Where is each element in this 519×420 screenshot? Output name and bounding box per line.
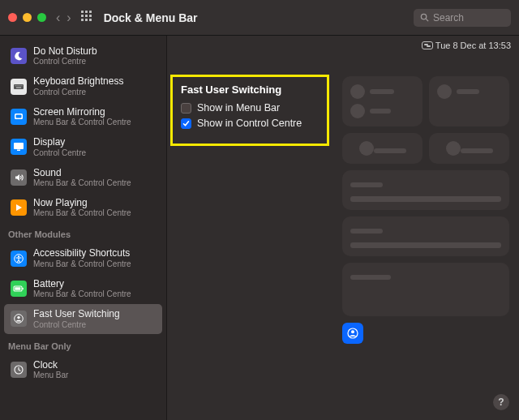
sidebar-item-label: Accessibility Shortcuts (33, 247, 131, 259)
sidebar-item-battery[interactable]: BatteryMenu Bar & Control Centre (4, 274, 162, 303)
svg-rect-14 (19, 85, 19, 86)
sidebar-item-sublabel: Menu Bar (33, 371, 68, 380)
kbd-icon (11, 79, 27, 95)
sidebar-item-keyboard-brightness[interactable]: Keyboard BrightnessControl Centre (4, 71, 162, 101)
sidebar-item-display[interactable]: DisplayControl Centre (4, 132, 162, 161)
svg-rect-17 (16, 87, 21, 88)
sidebar-item-sublabel: Control Centre (33, 148, 86, 158)
svg-point-28 (17, 316, 19, 319)
svg-rect-13 (17, 85, 18, 86)
sidebar-item-sublabel: Menu Bar & Control Centre (33, 118, 131, 127)
access-icon (11, 251, 27, 267)
system-preferences-window: ‹ › Dock & Menu Bar Search Do Not Distur… (0, 0, 519, 420)
control-centre-preview (342, 76, 509, 344)
sidebar-item-label: Clock (33, 359, 68, 371)
sidebar-item-sublabel: Menu Bar & Control Centre (33, 178, 131, 188)
battery-icon (11, 281, 27, 297)
menubar-clock[interactable]: Tue 8 Dec at 13:53 (435, 41, 511, 50)
sidebar-item-sound[interactable]: SoundMenu Bar & Control Centre (4, 163, 162, 192)
svg-rect-11 (14, 84, 24, 89)
traffic-lights (8, 13, 46, 22)
svg-rect-3 (81, 15, 84, 17)
user-icon (347, 328, 358, 339)
svg-rect-5 (89, 15, 92, 17)
svg-rect-4 (85, 15, 88, 17)
sidebar-item-sublabel: Menu Bar & Control Centre (33, 289, 131, 299)
nav-buttons: ‹ › (56, 11, 71, 24)
svg-rect-6 (81, 19, 84, 21)
window-title: Dock & Menu Bar (104, 11, 198, 24)
mirror-icon (11, 109, 27, 125)
option-show-in-control-centre[interactable]: Show in Control Centre (181, 118, 319, 129)
user-icon (11, 311, 27, 327)
content: Do Not DisturbControl CentreKeyboard Bri… (0, 36, 519, 420)
svg-rect-21 (17, 150, 20, 152)
user-switching-badge[interactable] (342, 323, 363, 344)
sidebar-item-sublabel: Control Centre (33, 57, 97, 66)
play-icon (11, 199, 27, 216)
sidebar-item-sublabel: Menu Bar & Control Centre (33, 208, 131, 218)
svg-rect-0 (81, 11, 84, 13)
svg-rect-25 (23, 288, 24, 290)
sidebar-item-accessibility-shortcuts[interactable]: Accessibility ShortcutsMenu Bar & Contro… (4, 243, 162, 272)
grid-icon (81, 11, 92, 22)
sidebar-item-label: Fast User Switching (33, 308, 120, 319)
svg-rect-2 (89, 11, 92, 13)
sidebar-item-screen-mirroring[interactable]: Screen MirroringMenu Bar & Control Centr… (4, 102, 162, 131)
panel-title: Fast User Switching (181, 84, 319, 96)
svg-rect-26 (15, 287, 20, 289)
svg-rect-1 (85, 11, 88, 13)
option-label: Show in Menu Bar (197, 102, 280, 114)
sidebar-item-label: Screen Mirroring (33, 106, 131, 118)
display-icon (11, 139, 27, 155)
sidebar-item-sublabel: Menu Bar & Control Centre (33, 259, 131, 269)
sidebar-item-label: Display (33, 136, 86, 148)
svg-rect-12 (15, 85, 16, 86)
sidebar: Do Not DisturbControl CentreKeyboard Bri… (0, 36, 167, 420)
svg-rect-19 (16, 114, 22, 118)
sidebar-item-label: Keyboard Brightness (33, 75, 123, 87)
minimise-button[interactable] (23, 13, 32, 22)
sidebar-item-now-playing[interactable]: Now PlayingMenu Bar & Control Centre (4, 193, 162, 222)
sidebar-item-fast-user-switching[interactable]: Fast User SwitchingControl Centre (4, 304, 162, 333)
svg-rect-7 (85, 19, 88, 21)
checkbox[interactable] (181, 118, 191, 129)
fast-user-switching-panel: Fast User Switching Show in Menu BarShow… (170, 75, 329, 146)
svg-line-10 (426, 19, 428, 21)
svg-rect-16 (22, 85, 23, 86)
svg-point-31 (351, 330, 354, 333)
sidebar-item-clock[interactable]: ClockMenu Bar (4, 355, 162, 384)
svg-rect-20 (14, 143, 24, 149)
show-all-button[interactable] (81, 11, 92, 24)
clock-icon (11, 362, 27, 378)
sidebar-group-title: Other Modules (0, 223, 166, 242)
sidebar-group-title: Menu Bar Only (0, 335, 166, 354)
checkbox[interactable] (181, 103, 191, 114)
sidebar-item-sublabel: Control Centre (33, 88, 123, 97)
svg-point-23 (18, 255, 19, 257)
sidebar-item-label: Do Not Disturb (33, 45, 97, 57)
option-label: Show in Control Centre (197, 118, 302, 129)
svg-point-9 (421, 14, 426, 19)
sidebar-item-sublabel: Control Centre (33, 320, 120, 330)
sidebar-item-label: Now Playing (33, 197, 131, 208)
back-button[interactable]: ‹ (56, 11, 60, 24)
sidebar-item-label: Sound (33, 167, 131, 178)
search-field[interactable]: Search (414, 9, 511, 27)
sidebar-item-do-not-disturb[interactable]: Do Not DisturbControl Centre (4, 41, 162, 71)
forward-button[interactable]: › (66, 11, 71, 24)
main-panel: Tue 8 Dec at 13:53 Fast User Switching S… (167, 36, 519, 420)
search-icon (420, 13, 429, 22)
sidebar-item-label: Battery (33, 278, 131, 289)
close-button[interactable] (8, 13, 17, 22)
help-button[interactable]: ? (493, 394, 509, 410)
search-placeholder: Search (433, 12, 464, 24)
option-show-in-menu-bar[interactable]: Show in Menu Bar (181, 102, 319, 114)
titlebar: ‹ › Dock & Menu Bar Search (0, 0, 519, 36)
svg-rect-15 (20, 85, 21, 86)
sound-icon (11, 169, 27, 186)
moon-icon (11, 48, 27, 64)
zoom-button[interactable] (37, 13, 46, 22)
svg-rect-8 (89, 19, 92, 21)
control-centre-menubar-icon[interactable] (422, 41, 433, 49)
